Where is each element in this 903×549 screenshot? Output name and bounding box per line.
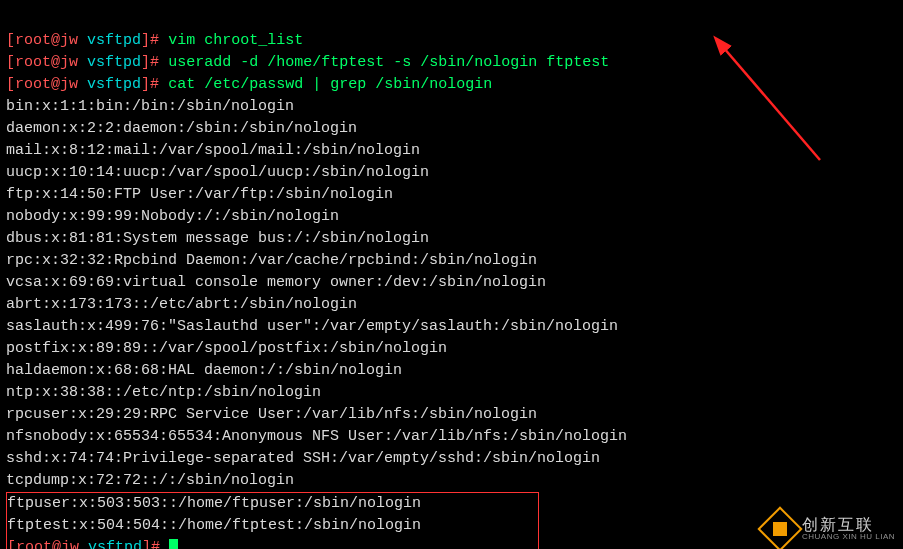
output-line: vcsa:x:69:69:virtual console memory owne… xyxy=(6,274,546,291)
output-line: uucp:x:10:14:uucp:/var/spool/uucp:/sbin/… xyxy=(6,164,429,181)
highlighted-line: ftpuser:x:503:503::/home/ftpuser:/sbin/n… xyxy=(7,495,421,512)
output-line: nobody:x:99:99:Nobody:/:/sbin/nologin xyxy=(6,208,339,225)
watermark-sub-text: CHUANG XIN HU LIAN xyxy=(802,533,895,541)
prompt-bracket-close: ] xyxy=(141,32,150,49)
output-line: rpc:x:32:32:Rpcbind Daemon:/var/cache/rp… xyxy=(6,252,537,269)
output-line: daemon:x:2:2:daemon:/sbin:/sbin/nologin xyxy=(6,120,357,137)
prompt-hash: # xyxy=(150,32,168,49)
prompt-line-1: [root@jw vsftpd]# vim chroot_list xyxy=(6,32,303,49)
command-2: useradd -d /home/ftptest -s /sbin/nologi… xyxy=(168,54,609,71)
prompt-line-2: [root@jw vsftpd]# useradd -d /home/ftpte… xyxy=(6,54,609,71)
output-line: sshd:x:74:74:Privilege-separated SSH:/va… xyxy=(6,450,600,467)
output-line: haldaemon:x:68:68:HAL daemon:/:/sbin/nol… xyxy=(6,362,402,379)
prompt-line-3: [root@jw vsftpd]# cat /etc/passwd | grep… xyxy=(6,76,492,93)
watermark-main-text: 创新互联 xyxy=(802,517,895,533)
prompt-cwd: vsftpd xyxy=(87,32,141,49)
prompt-bracket-open: [ xyxy=(6,32,15,49)
watermark: 创新互联 CHUANG XIN HU LIAN xyxy=(764,513,895,545)
output-line: abrt:x:173:173::/etc/abrt:/sbin/nologin xyxy=(6,296,357,313)
output-line: nfsnobody:x:65534:65534:Anonymous NFS Us… xyxy=(6,428,627,445)
output-line: ntp:x:38:38::/etc/ntp:/sbin/nologin xyxy=(6,384,321,401)
output-line: postfix:x:89:89::/var/spool/postfix:/sbi… xyxy=(6,340,447,357)
output-line: bin:x:1:1:bin:/bin:/sbin/nologin xyxy=(6,98,294,115)
terminal-output[interactable]: [root@jw vsftpd]# vim chroot_list [root@… xyxy=(0,0,903,549)
output-line: rpcuser:x:29:29:RPC Service User:/var/li… xyxy=(6,406,537,423)
prompt-line-4: [root@jw vsftpd]# xyxy=(7,539,169,549)
output-line: ftp:x:14:50:FTP User:/var/ftp:/sbin/nolo… xyxy=(6,186,393,203)
cursor xyxy=(169,539,178,549)
highlighted-output-box: ftpuser:x:503:503::/home/ftpuser:/sbin/n… xyxy=(6,492,539,549)
command-1: vim chroot_list xyxy=(168,32,303,49)
prompt-user: root xyxy=(15,32,51,49)
prompt-at: @ xyxy=(51,32,60,49)
output-line: tcpdump:x:72:72::/:/sbin/nologin xyxy=(6,472,294,489)
output-line: dbus:x:81:81:System message bus:/:/sbin/… xyxy=(6,230,429,247)
prompt-host: jw xyxy=(60,32,78,49)
watermark-logo-icon xyxy=(757,506,802,549)
highlighted-line: ftptest:x:504:504::/home/ftptest:/sbin/n… xyxy=(7,517,421,534)
command-3: cat /etc/passwd | grep /sbin/nologin xyxy=(168,76,492,93)
output-line: saslauth:x:499:76:"Saslauthd user":/var/… xyxy=(6,318,618,335)
output-line: mail:x:8:12:mail:/var/spool/mail:/sbin/n… xyxy=(6,142,420,159)
